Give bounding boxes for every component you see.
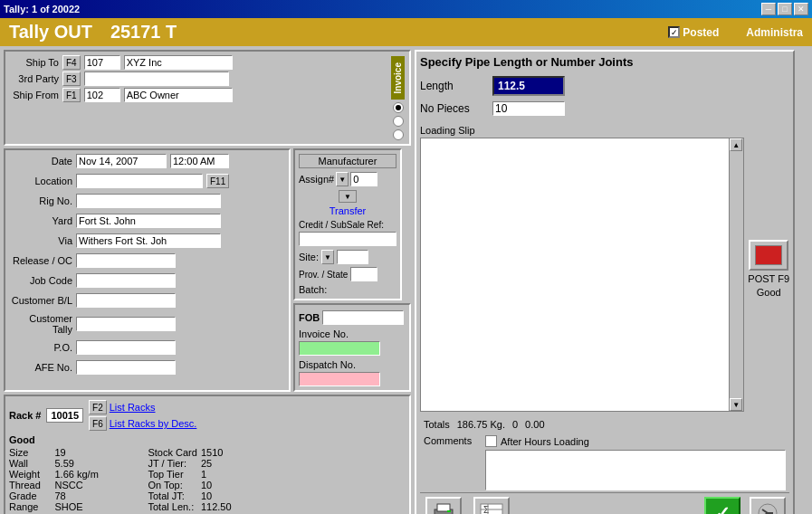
after-hours-checkbox[interactable] — [485, 435, 497, 447]
title-bar-buttons: ─ □ ✕ — [761, 3, 808, 15]
loading-slip-area: Loading Slip ▲ ▼ — [420, 125, 744, 412]
credit-subsale-input[interactable] — [299, 232, 396, 246]
ship-section: Ship To F4 3rd Party F3 — [4, 50, 411, 146]
length-input[interactable] — [492, 76, 565, 96]
size-value: 19 — [54, 447, 140, 458]
job-code-row: Job Code — [9, 273, 285, 288]
via-input[interactable] — [76, 233, 221, 248]
location-row: Location F11 — [9, 174, 285, 188]
rig-no-input[interactable] — [76, 194, 221, 208]
right-panel: Specify Pipe Length or Number Joints Len… — [415, 50, 795, 514]
totals-count: 0 — [512, 419, 518, 430]
site-dropdown[interactable]: ▼ — [321, 250, 334, 264]
scroll-down-button[interactable]: ▼ — [730, 398, 742, 411]
release-input[interactable] — [76, 253, 176, 268]
list-racks-link[interactable]: List Racks — [110, 402, 156, 413]
no-pieces-label: No Pieces — [420, 102, 492, 115]
afe-input[interactable] — [76, 360, 176, 375]
radio-1[interactable] — [393, 102, 404, 113]
post-button[interactable] — [749, 240, 788, 271]
job-code-input[interactable] — [76, 273, 176, 288]
time-input[interactable] — [170, 154, 229, 168]
date-label: Date — [9, 156, 72, 167]
third-party-input[interactable] — [84, 71, 229, 86]
posted-checkbox[interactable]: ✓ Posted — [668, 26, 719, 39]
rack-label: Rack # — [9, 410, 41, 421]
done-button[interactable]: ✓ Done — [704, 497, 740, 514]
close-button[interactable]: ✕ — [794, 3, 808, 15]
ship-to-name-input[interactable] — [124, 55, 233, 70]
invoice-label: Invoice — [393, 62, 403, 93]
loading-slip-scrollbar: ▲ ▼ — [729, 138, 743, 411]
ship-from-f1-button[interactable]: F1 — [62, 88, 81, 102]
manufacturer-panel: Manufacturer Assign# ▼ ▼ Transfer Credit… — [293, 148, 402, 300]
list-racks-by-desc-row: F6 List Racks by Desc. — [89, 416, 196, 431]
fob-input[interactable] — [322, 310, 404, 325]
f2-button[interactable]: F2 — [89, 400, 107, 414]
invoice-button[interactable]: Invoice — [390, 55, 406, 100]
batch-label: Batch: — [299, 284, 327, 295]
list-racks-by-desc-link[interactable]: List Racks by Desc. — [110, 418, 197, 429]
rack-number: 10015 — [46, 408, 83, 423]
details-section: Date Location F11 Rig No. — [4, 148, 291, 392]
ship-from-code-input[interactable] — [84, 88, 120, 102]
length-row: Length — [420, 76, 789, 96]
dispatch-no-input[interactable] — [299, 372, 380, 386]
radio-2[interactable] — [393, 116, 404, 127]
specify-pipe-section: Specify Pipe Length or Number Joints Len… — [420, 55, 789, 121]
on-top-label: On Top: — [148, 480, 196, 490]
scroll-up-button[interactable]: ▲ — [730, 138, 742, 151]
right-sub-panel: Manufacturer Assign# ▼ ▼ Transfer Credit… — [293, 148, 411, 392]
no-pieces-input[interactable] — [492, 101, 565, 116]
radio-3[interactable] — [393, 129, 404, 140]
view-rack-area: View Rack — [333, 434, 406, 514]
maximize-button[interactable]: □ — [778, 3, 792, 15]
minimize-button[interactable]: ─ — [761, 3, 776, 15]
invoice-no-input[interactable] — [299, 341, 380, 356]
third-party-f3-button[interactable]: F3 — [62, 71, 81, 86]
location-f11-button[interactable]: F11 — [206, 174, 229, 188]
total-icon: Σ — [473, 497, 510, 514]
assign-input[interactable] — [350, 172, 377, 186]
ship-to-code-input[interactable] — [84, 55, 120, 70]
ship-to-f4-button[interactable]: F4 — [62, 55, 81, 70]
rack-good-label: Good Size 19 Wall 5.59 Weight 1.66 kg/m … — [9, 434, 140, 514]
escape-button[interactable]: Escape — [750, 497, 786, 514]
dropdown-btn[interactable]: ▼ — [339, 190, 357, 203]
afe-label: AFE No. — [9, 362, 72, 373]
posted-section: ✓ Posted Administra — [668, 26, 803, 39]
via-label: Via — [9, 235, 72, 246]
title-bar-text: Tally: 1 of 20022 — [4, 4, 80, 14]
wall-value: 5.59 — [54, 458, 140, 469]
prov-state-input[interactable] — [350, 267, 377, 281]
invoice-panel: Invoice — [390, 55, 406, 140]
transfer-link[interactable]: Transfer — [299, 205, 396, 216]
done-checkmark: ✓ — [715, 502, 731, 515]
totals-value: 0.00 — [525, 419, 544, 430]
assign-dropdown[interactable]: ▼ — [336, 172, 349, 186]
invoice-no-label: Invoice No. — [299, 328, 406, 339]
customer-bl-input[interactable] — [76, 293, 176, 308]
po-input[interactable] — [76, 340, 176, 355]
location-input[interactable] — [76, 174, 203, 188]
post-good-label: Good — [757, 287, 781, 298]
grade-value: 78 — [54, 490, 140, 501]
comments-textarea[interactable] — [485, 450, 786, 490]
yard-input[interactable] — [76, 214, 221, 228]
site-input[interactable] — [337, 250, 368, 264]
print-button[interactable]: Print F12 — [424, 497, 464, 514]
customer-tally-input[interactable] — [76, 317, 176, 331]
scroll-track — [730, 151, 743, 398]
rack-specs-left: Size 19 Wall 5.59 Weight 1.66 kg/m Threa… — [9, 447, 140, 514]
post-red-indicator — [755, 245, 782, 265]
f6-button[interactable]: F6 — [89, 416, 107, 431]
total-button[interactable]: Σ Total — [473, 497, 510, 514]
ship-from-name-input[interactable] — [124, 88, 233, 102]
release-label: Release / OC — [9, 255, 72, 266]
posted-check[interactable]: ✓ — [668, 26, 680, 38]
title-bar: Tally: 1 of 20022 ─ □ ✕ — [0, 0, 812, 18]
yard-row: Yard — [9, 214, 285, 228]
app-header: Tally OUT 25171 T ✓ Posted Administra — [0, 18, 812, 46]
weight-value: 1.66 kg/m — [54, 469, 140, 480]
date-input[interactable] — [76, 154, 167, 168]
